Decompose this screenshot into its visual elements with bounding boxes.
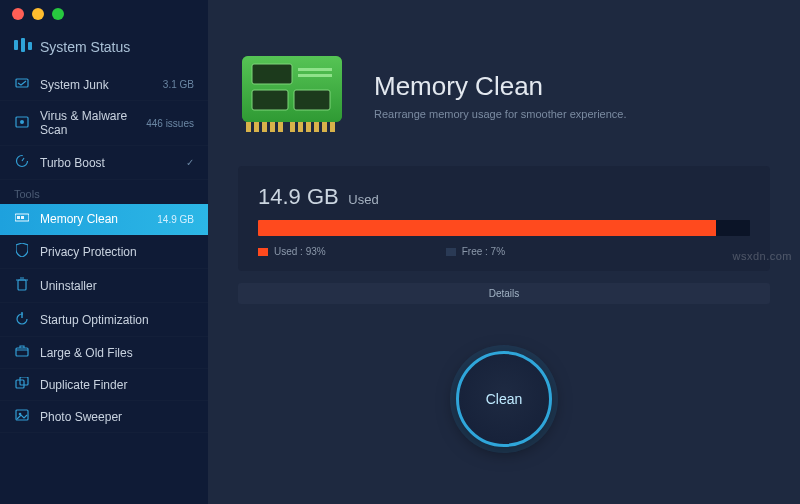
sidebar-item-virus-scan[interactable]: Virus & Malware Scan 446 issues — [0, 101, 208, 146]
sidebar-item-privacy-protection[interactable]: Privacy Protection — [0, 235, 208, 269]
nav-label: Startup Optimization — [40, 313, 194, 327]
memory-bar-used — [258, 220, 716, 236]
svg-rect-35 — [330, 122, 335, 132]
svg-rect-22 — [294, 90, 330, 110]
svg-rect-1 — [21, 38, 25, 52]
nav-label: Uninstaller — [40, 279, 194, 293]
svg-rect-10 — [18, 280, 26, 290]
watermark: wsxdn.com — [732, 250, 792, 262]
memory-amount: 14.9 GB — [258, 184, 339, 209]
junk-icon — [14, 77, 30, 92]
legend-used: Used : 93% — [258, 246, 326, 257]
nav-value: 3.1 GB — [163, 79, 194, 90]
close-window[interactable] — [12, 8, 24, 20]
sidebar-item-startup-optimization[interactable]: Startup Optimization — [0, 303, 208, 337]
box-icon — [14, 345, 30, 360]
svg-rect-8 — [17, 216, 20, 219]
maximize-window[interactable] — [52, 8, 64, 20]
legend-free: Free : 7% — [446, 246, 505, 257]
svg-rect-13 — [16, 348, 28, 356]
system-status-icon — [14, 38, 32, 55]
svg-rect-21 — [252, 90, 288, 110]
sidebar: System Status System Junk 3.1 GB Virus &… — [0, 0, 208, 504]
brand-row: System Status — [0, 34, 208, 69]
memory-icon — [14, 212, 30, 226]
swatch-used-icon — [258, 248, 268, 256]
svg-rect-28 — [270, 122, 275, 132]
svg-rect-34 — [322, 122, 327, 132]
svg-rect-3 — [16, 79, 28, 87]
ram-chip-icon — [238, 50, 346, 140]
nav-label: Large & Old Files — [40, 346, 194, 360]
clean-button[interactable]: Clean — [456, 351, 552, 447]
details-button[interactable]: Details — [238, 283, 770, 304]
svg-rect-31 — [298, 122, 303, 132]
memory-usage-line: 14.9 GB Used — [258, 184, 750, 210]
sidebar-item-uninstaller[interactable]: Uninstaller — [0, 269, 208, 303]
nav-label: Memory Clean — [40, 212, 147, 226]
svg-rect-2 — [28, 42, 32, 50]
memory-suffix: Used — [348, 192, 378, 207]
shield-icon — [14, 243, 30, 260]
turbo-icon — [14, 154, 30, 171]
memory-panel: 14.9 GB Used Used : 93% Free : 7% — [238, 166, 770, 271]
brand-title: System Status — [40, 39, 130, 55]
svg-rect-32 — [306, 122, 311, 132]
clean-button-label: Clean — [486, 391, 523, 407]
nav-label: Virus & Malware Scan — [40, 109, 136, 137]
main-content: Memory Clean Rearrange memory usage for … — [208, 0, 800, 504]
svg-rect-23 — [298, 68, 332, 71]
nav-value: 446 issues — [146, 118, 194, 129]
duplicate-icon — [14, 377, 30, 392]
nav-label: Turbo Boost — [40, 156, 176, 170]
nav-label: System Junk — [40, 78, 153, 92]
hero: Memory Clean Rearrange memory usage for … — [238, 50, 770, 140]
sidebar-item-turbo-boost[interactable]: Turbo Boost ✓ — [0, 146, 208, 180]
sidebar-item-duplicate-finder[interactable]: Duplicate Finder — [0, 369, 208, 401]
sidebar-item-photo-sweeper[interactable]: Photo Sweeper — [0, 401, 208, 433]
sidebar-item-large-old-files[interactable]: Large & Old Files — [0, 337, 208, 369]
memory-bar — [258, 220, 750, 236]
svg-rect-24 — [298, 74, 332, 77]
sidebar-item-system-junk[interactable]: System Junk 3.1 GB — [0, 69, 208, 101]
svg-rect-29 — [278, 122, 283, 132]
svg-rect-30 — [290, 122, 295, 132]
svg-rect-33 — [314, 122, 319, 132]
svg-point-5 — [20, 120, 24, 124]
svg-rect-27 — [262, 122, 267, 132]
tools-section-label: Tools — [0, 180, 208, 204]
swatch-free-icon — [446, 248, 456, 256]
svg-rect-0 — [14, 40, 18, 50]
svg-rect-25 — [246, 122, 251, 132]
memory-legend: Used : 93% Free : 7% — [258, 246, 750, 257]
trash-icon — [14, 277, 30, 294]
nav-value: 14.9 GB — [157, 214, 194, 225]
nav-label: Duplicate Finder — [40, 378, 194, 392]
photo-icon — [14, 409, 30, 424]
svg-rect-9 — [21, 216, 24, 219]
virus-icon — [14, 116, 30, 131]
memory-bar-free — [716, 220, 750, 236]
svg-rect-26 — [254, 122, 259, 132]
minimize-window[interactable] — [32, 8, 44, 20]
nav-label: Photo Sweeper — [40, 410, 194, 424]
sidebar-item-memory-clean[interactable]: Memory Clean 14.9 GB — [0, 204, 208, 235]
svg-rect-20 — [252, 64, 292, 84]
checkmark-icon: ✓ — [186, 157, 194, 168]
nav-label: Privacy Protection — [40, 245, 194, 259]
power-icon — [14, 311, 30, 328]
page-title: Memory Clean — [374, 71, 627, 102]
page-subtitle: Rearrange memory usage for smoother expe… — [374, 108, 627, 120]
